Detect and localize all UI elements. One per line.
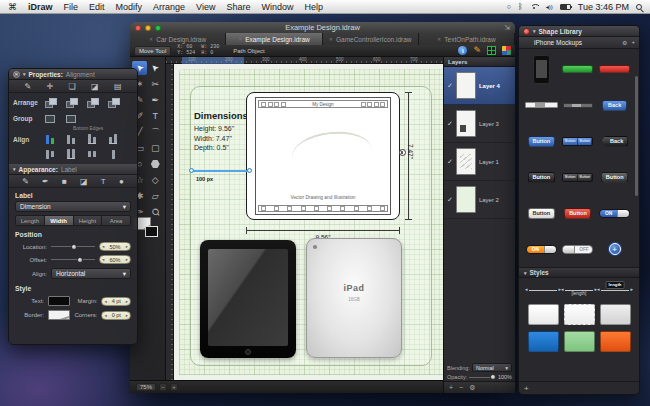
tab-close-icon[interactable]: ✕ <box>329 36 333 42</box>
volume-icon[interactable]: ◂)) <box>546 3 553 10</box>
fill-square-icon[interactable]: ■ <box>62 177 67 186</box>
parallelogram-tool[interactable]: ▱ <box>148 189 163 203</box>
zoom-in-button[interactable]: + <box>170 383 178 391</box>
style-dimension-bracket[interactable]: [length] <box>563 282 595 298</box>
align-center-button[interactable] <box>64 133 78 145</box>
text-style-icon[interactable]: T <box>101 177 106 186</box>
scissors-tool[interactable]: ✂ <box>148 77 163 91</box>
bluetooth-icon[interactable]: ᛒ <box>518 2 523 11</box>
menu-item-modify[interactable]: Modify <box>116 2 143 12</box>
offset-stepper[interactable]: ◂ 60% ▸ <box>99 255 131 264</box>
battery-icon[interactable] <box>560 4 571 10</box>
text-color-swatch[interactable] <box>48 296 70 306</box>
eraser-style-icon[interactable]: ◪ <box>80 177 88 186</box>
disclosure-triangle-icon[interactable]: ▾ <box>23 71 26 77</box>
collection-bar[interactable]: iPhone Mockups ⚙ + <box>519 37 639 49</box>
segment-width[interactable]: Width <box>45 216 74 225</box>
menu-item-idraw[interactable]: iDraw <box>28 2 53 12</box>
add-layer-button[interactable]: + <box>449 384 453 391</box>
style-dimension-tag[interactable]: length <box>599 282 631 298</box>
style-swatch-blue[interactable] <box>528 331 559 352</box>
send-backward-button[interactable] <box>85 96 99 108</box>
shapes-mode-icon[interactable]: ❏ <box>69 82 76 91</box>
stepper-right-icon[interactable]: ▸ <box>126 257 128 262</box>
shape-segmented-blue[interactable]: Button Button <box>562 137 593 146</box>
segment-label[interactable]: Button <box>563 174 578 181</box>
direct-select-tool[interactable]: ➤ <box>148 61 163 75</box>
stroke-color-well[interactable] <box>145 226 158 237</box>
polygon-tool[interactable] <box>148 157 163 171</box>
shape-green-button[interactable] <box>562 65 593 73</box>
pen-style-icon[interactable]: ✒ <box>42 177 49 186</box>
align-middle-button[interactable] <box>43 148 57 160</box>
border-style-swatch[interactable] <box>48 310 70 320</box>
blending-select[interactable]: Normal ▾ <box>472 363 512 372</box>
send-to-back-button[interactable] <box>106 96 120 108</box>
collection-gear-icon[interactable]: ⚙ <box>622 39 627 46</box>
menu-item-arrange[interactable]: Arrange <box>153 2 185 12</box>
tab-close-icon[interactable]: ✕ <box>238 36 242 42</box>
location-slider[interactable] <box>51 246 95 247</box>
bring-to-front-button[interactable] <box>43 96 57 108</box>
distribute-horizontal-button[interactable] <box>85 148 99 160</box>
color-palette-icon[interactable] <box>502 46 511 55</box>
label-type-dropdown[interactable]: Dimension ▾ <box>15 201 131 212</box>
shape-add-circle-button[interactable]: + <box>609 243 621 255</box>
wifi-icon[interactable] <box>530 4 539 10</box>
menu-item-help[interactable]: Help <box>305 2 324 12</box>
notification-icon[interactable]: ○ <box>507 3 511 10</box>
margin-stepper[interactable]: ◂ 4 pt ▸ <box>101 297 131 306</box>
align-bottom-button[interactable] <box>85 133 99 145</box>
shape-library-header[interactable]: ▾ Shape Library <box>519 26 639 37</box>
canvas[interactable]: Dimensions Height: 9.56" Width: 7.47" De… <box>174 64 443 380</box>
menu-clock[interactable]: Tue 3:46 PM <box>578 2 629 12</box>
tab-example-design[interactable]: ✕ Example Design.idraw <box>226 33 322 45</box>
arc-tool[interactable]: ⌒ <box>148 125 163 139</box>
location-slider-knob[interactable] <box>71 244 77 250</box>
shape-progress-bar-dark[interactable] <box>563 103 593 108</box>
menu-item-share[interactable]: Share <box>226 2 250 12</box>
shape-back-button-blue[interactable]: Back <box>602 100 627 111</box>
segment-label[interactable]: Button <box>578 174 593 181</box>
shape-segmented-dark[interactable]: Button Button <box>562 173 593 182</box>
corners-stepper[interactable]: ◂ 0 pt ▸ <box>101 311 131 320</box>
line-endpoint-handle[interactable] <box>247 168 252 173</box>
tab-gamecontrollericon[interactable]: ✕ GameControllerIcon.idraw <box>323 33 419 45</box>
library-scrollbar[interactable] <box>635 76 638 196</box>
style-swatch-white[interactable] <box>528 304 559 325</box>
menu-item-edit[interactable]: Edit <box>89 2 105 12</box>
rounded-rectangle-tool[interactable]: ▢ <box>148 141 163 155</box>
shape-button-blue[interactable]: Button <box>528 136 555 147</box>
offset-slider[interactable] <box>51 259 95 260</box>
line-endpoint-handle[interactable] <box>189 168 194 173</box>
window-title-bar[interactable]: Example Design.idraw ⇲ <box>130 22 515 33</box>
shape-red-button[interactable] <box>599 65 630 73</box>
shape-progress-bar-light[interactable] <box>525 102 558 108</box>
add-style-button[interactable]: + <box>524 384 529 393</box>
shape-toggle-on-blue[interactable]: ON <box>599 209 630 218</box>
shape-toggle-on-orange[interactable]: ON <box>526 245 557 254</box>
segment-label[interactable]: Button <box>563 138 578 145</box>
segment-label[interactable]: Button <box>578 138 593 145</box>
align-top-button[interactable] <box>64 148 78 160</box>
grid-view-icon[interactable] <box>487 46 496 55</box>
ipad-back-image[interactable]: iPad 16GB <box>306 238 402 358</box>
shape-toggle-off[interactable]: OFF <box>562 245 593 254</box>
layer-settings-gear-icon[interactable]: ⚙ <box>469 384 475 392</box>
segment-area[interactable]: Area <box>102 216 130 225</box>
shape-button-dark[interactable]: Button <box>601 172 628 183</box>
effects-sphere-icon[interactable]: ● <box>119 177 124 186</box>
collection-add-icon[interactable]: + <box>631 39 635 46</box>
stepper-right-icon[interactable]: ▸ <box>126 244 128 249</box>
layer-row-3[interactable]: ✓ Layer 3 <box>444 105 515 143</box>
segment-height[interactable]: Height <box>74 216 103 225</box>
shape-button-black[interactable]: Button <box>528 172 555 183</box>
offset-slider-knob[interactable] <box>77 257 83 263</box>
stepper-left-icon[interactable]: ◂ <box>104 313 106 318</box>
tab-textonpath[interactable]: ✕ TextOnPath.idraw <box>419 33 515 45</box>
spotlight-search-icon[interactable] <box>636 4 642 10</box>
stroke-pencil-icon[interactable]: ✎ <box>22 177 29 186</box>
shape-iphone-mockup[interactable] <box>533 55 550 84</box>
shape-button-red[interactable]: Button <box>564 208 591 219</box>
shape-button-white[interactable]: Button <box>528 208 555 219</box>
